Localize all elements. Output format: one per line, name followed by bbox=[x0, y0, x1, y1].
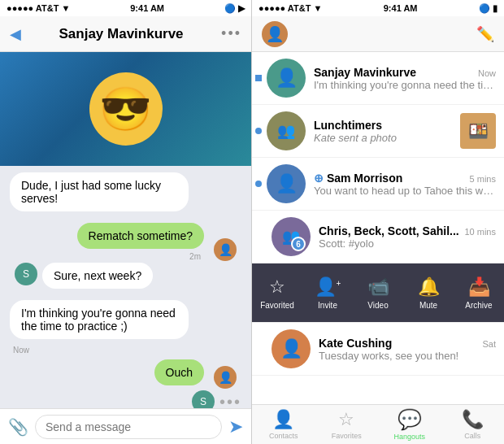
message-time: Now bbox=[10, 346, 189, 355]
messages-list: Dude, I just had some lucky serves! Rema… bbox=[0, 166, 251, 408]
conversation-item-group[interactable]: 👥 6 Chris, Beck, Scott, Sahil... 10 mins… bbox=[252, 211, 504, 263]
user-avatar-small: 👤 bbox=[214, 238, 237, 261]
favorites-icon: ☆ bbox=[338, 409, 354, 430]
convo-content: Chris, Beck, Scott, Sahil... 10 mins Sco… bbox=[319, 224, 496, 250]
nav-favorites[interactable]: ☆ Favorites bbox=[315, 409, 379, 440]
hangouts-icon: 💬 bbox=[398, 408, 422, 431]
compose-button[interactable]: ✏️ bbox=[476, 25, 494, 43]
left-time: 9:41 AM bbox=[130, 3, 164, 13]
avatar-image: 👤 bbox=[267, 59, 306, 98]
unread-badge: 6 bbox=[291, 237, 306, 251]
favorited-button[interactable]: ☆ Favorited bbox=[252, 276, 302, 310]
left-carrier: ●●●●● AT&T ▼ bbox=[7, 3, 70, 13]
back-chevron-icon: ◀ bbox=[10, 25, 21, 43]
conversation-item-lunchtimers[interactable]: 👥 Lunchtimers Kate sent a photo 🍱 bbox=[252, 105, 504, 158]
message-bubble: Dude, I just had some lucky serves! bbox=[10, 172, 189, 211]
mute-label: Mute bbox=[419, 301, 437, 310]
avatar-image: 👥 bbox=[267, 111, 306, 150]
convo-time: Sat bbox=[482, 339, 496, 349]
bell-icon: 🔔 bbox=[418, 276, 440, 298]
left-header: ◀ Sanjay Mavinkurve ••• bbox=[0, 16, 251, 52]
convo-avatar-sam: 👤 bbox=[267, 164, 306, 203]
mute-button[interactable]: 🔔 Mute bbox=[403, 276, 454, 310]
convo-preview: Tuesday works, see you then! bbox=[319, 350, 496, 362]
video-button[interactable]: 📹 Video bbox=[353, 276, 403, 310]
convo-header: Lunchtimers bbox=[314, 119, 454, 132]
archive-label: Archive bbox=[465, 301, 492, 310]
avatar-image: 👤 bbox=[267, 164, 306, 203]
convo-avatar-lunchtimers: 👥 bbox=[267, 111, 306, 150]
more-options-button[interactable]: ••• bbox=[221, 25, 241, 42]
typing-avatar: S bbox=[192, 390, 215, 408]
right-battery: 🔵 ▮ bbox=[479, 3, 497, 14]
convo-content: Lunchtimers Kate sent a photo bbox=[314, 119, 454, 144]
convo-name: Kate Cushing bbox=[319, 337, 392, 350]
input-bar: 📎 ➤ bbox=[0, 408, 251, 444]
invite-button[interactable]: 👤+ Invite bbox=[302, 276, 353, 310]
convo-preview: Kate sent a photo bbox=[314, 132, 454, 144]
back-button[interactable]: ◀ bbox=[10, 25, 21, 43]
convo-preview: Scott: #yolo bbox=[319, 237, 496, 250]
message-input[interactable] bbox=[35, 415, 222, 439]
right-time: 9:41 AM bbox=[384, 3, 418, 13]
convo-preview: I'm thinking you're gonna need the time … bbox=[314, 79, 496, 91]
convo-header: ⊕ Sam Morrison 5 mins bbox=[314, 172, 496, 185]
user-avatar-small: 👤 bbox=[214, 366, 237, 389]
conversation-item-sam[interactable]: 👤 ⊕ Sam Morrison 5 mins You want to head… bbox=[252, 158, 504, 211]
avatar-image: 👥 bbox=[272, 217, 311, 256]
message-bubble-ouch: Ouch bbox=[154, 359, 204, 385]
message-text: Sure, next week? bbox=[54, 269, 141, 282]
message-text: I'm thinking you're gonna need the time … bbox=[21, 307, 176, 333]
profile-avatar[interactable]: 👤 bbox=[262, 21, 288, 47]
video-icon: 📹 bbox=[367, 276, 389, 298]
convo-time: 10 mins bbox=[464, 227, 496, 237]
convo-name: ⊕ Sam Morrison bbox=[314, 172, 402, 185]
send-button[interactable]: ➤ bbox=[228, 416, 243, 437]
right-panel: ●●●●● AT&T ▼ 9:41 AM 🔵 ▮ 👤 ✏️ 👤 Sanjay M… bbox=[252, 0, 504, 444]
chat-hero: 😎 bbox=[0, 52, 251, 166]
calls-icon: 📞 bbox=[462, 409, 484, 430]
convo-name: Lunchtimers bbox=[314, 119, 382, 132]
contact-emoji-avatar: 😎 bbox=[89, 72, 163, 146]
bottom-nav: 👤 Contacts ☆ Favorites 💬 Hangouts 📞 Call… bbox=[252, 404, 504, 444]
nav-hangouts-label: Hangouts bbox=[393, 433, 425, 441]
message-bubble-right: Rematch sometime? bbox=[77, 223, 204, 249]
message-bubble: Sure, next week? bbox=[42, 263, 153, 289]
message-bubble: I'm thinking you're gonna need the time … bbox=[10, 300, 189, 339]
favorited-label: Favorited bbox=[260, 301, 294, 310]
convo-header: Chris, Beck, Scott, Sahil... 10 mins bbox=[319, 224, 496, 237]
convo-preview: You want to head up to Tahoe this weeken… bbox=[314, 185, 496, 197]
message-text: Rematch sometime? bbox=[89, 229, 193, 242]
message-row: S Sure, next week? bbox=[10, 263, 241, 295]
convo-name: Sanjay Mavinkurve bbox=[314, 66, 416, 79]
conversation-item-kate[interactable]: 👤 Kate Cushing Sat Tuesday works, see yo… bbox=[252, 322, 504, 376]
attach-button[interactable]: 📎 bbox=[8, 417, 28, 437]
invite-label: Invite bbox=[318, 301, 337, 310]
convo-avatar-kate: 👤 bbox=[272, 329, 311, 368]
convo-header: Sanjay Mavinkurve Now bbox=[314, 66, 496, 79]
convo-avatar-sanjay: 👤 bbox=[267, 59, 306, 98]
right-status-bar: ●●●●● AT&T ▼ 9:41 AM 🔵 ▮ bbox=[252, 0, 504, 16]
message-row-ouch: Ouch 👤 bbox=[10, 359, 241, 389]
nav-favorites-label: Favorites bbox=[332, 432, 362, 440]
convo-content: Kate Cushing Sat Tuesday works, see you … bbox=[319, 337, 496, 362]
contact-avatar-small: S bbox=[15, 263, 37, 285]
video-label: Video bbox=[367, 301, 388, 310]
archive-button[interactable]: 📥 Archive bbox=[454, 276, 504, 310]
nav-hangouts[interactable]: 💬 Hangouts bbox=[378, 408, 441, 441]
nav-calls-label: Calls bbox=[464, 432, 480, 440]
star-icon: ☆ bbox=[269, 276, 285, 298]
nav-calls[interactable]: 📞 Calls bbox=[441, 409, 505, 440]
convo-name: Chris, Beck, Scott, Sahil... bbox=[319, 224, 459, 237]
right-carrier: ●●●●● AT&T ▼ bbox=[259, 3, 322, 13]
message-text: Dude, I just had some lucky serves! bbox=[21, 179, 161, 205]
left-panel: ●●●●● AT&T ▼ 9:41 AM 🔵 ▶ ◀ Sanjay Mavink… bbox=[0, 0, 252, 444]
conversation-item-sanjay[interactable]: 👤 Sanjay Mavinkurve Now I'm thinking you… bbox=[252, 52, 504, 105]
contact-name: Sanjay Mavinkurve bbox=[59, 26, 184, 42]
nav-contacts[interactable]: 👤 Contacts bbox=[252, 409, 315, 440]
archive-icon: 📥 bbox=[468, 276, 490, 298]
typing-dots: ••• bbox=[219, 393, 241, 409]
left-status-bar: ●●●●● AT&T ▼ 9:41 AM 🔵 ▶ bbox=[0, 0, 251, 16]
conversations-list: 👤 Sanjay Mavinkurve Now I'm thinking you… bbox=[252, 52, 504, 404]
invite-icon: 👤+ bbox=[315, 276, 341, 298]
